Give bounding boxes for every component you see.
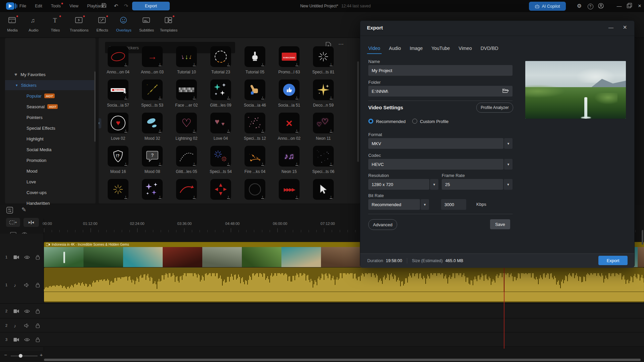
sticker-speci-ts-06[interactable]: ↓ [313, 146, 334, 167]
bitrate-input[interactable] [441, 199, 466, 210]
playhead[interactable] [504, 267, 504, 349]
codec-dropdown-icon[interactable]: ▾ [504, 159, 513, 170]
collapse-panel-icon[interactable]: ‹ [99, 118, 101, 128]
zoom-in-icon[interactable]: + [39, 352, 44, 358]
download-icon[interactable]: ↓ [193, 195, 196, 199]
profile-analyzer-button[interactable]: Profile Analyzer [476, 103, 513, 113]
ai-copilot-button[interactable]: AI Copilot [529, 2, 566, 11]
app-logo-icon[interactable] [6, 2, 17, 10]
custom-profile-radio[interactable] [412, 119, 417, 124]
export-button[interactable]: Export [598, 256, 628, 265]
download-icon[interactable]: ↓ [124, 62, 127, 66]
menu-edit[interactable]: Edit [35, 4, 42, 8]
sticker-anno-on-04[interactable]: ↓ [108, 46, 128, 67]
sticker-speci-ts-53[interactable]: ↓ [142, 79, 163, 100]
download-icon[interactable]: ↓ [124, 96, 127, 99]
sticker-tutorial-23[interactable]: ↓ [210, 46, 231, 67]
split-tool-button[interactable]: ▶◀ [23, 218, 39, 227]
undo-icon[interactable]: ↶ [113, 3, 119, 9]
help-icon[interactable]: ? [587, 3, 594, 9]
lock-icon[interactable] [34, 337, 41, 342]
sticker-mood-08[interactable]: ?↓ [142, 146, 163, 167]
zoom-slider-track[interactable] [11, 356, 38, 356]
sticker-ff[interactable]: ▶▶▶▶↓ [279, 179, 300, 200]
recommended-radio[interactable] [368, 119, 373, 124]
download-icon[interactable]: ↓ [296, 96, 299, 99]
sticker-anno-on-02[interactable]: ×↓ [279, 113, 300, 133]
download-icon[interactable]: ↓ [124, 195, 127, 199]
dialog-minimize-icon[interactable]: — [608, 24, 613, 30]
download-icon[interactable]: ↓ [193, 129, 196, 132]
resolution-select[interactable]: 1280 x 720 [368, 179, 429, 190]
lock-icon[interactable] [34, 255, 41, 260]
speaker-icon[interactable] [23, 283, 30, 287]
sticker-deco-n-59[interactable]: ↓ [313, 79, 334, 100]
download-icon[interactable]: ↓ [296, 129, 299, 132]
sticker-lightning-02[interactable]: ♡↓ [176, 113, 197, 133]
format-dropdown-icon[interactable]: ▾ [504, 138, 513, 149]
sticker-speci-ts-81[interactable]: ↓ [313, 46, 334, 67]
eye-icon[interactable] [23, 309, 30, 313]
sticker-love-04[interactable]: ♥♥↓ [210, 113, 231, 133]
download-icon[interactable]: ↓ [330, 62, 333, 66]
audio-clip-waveform[interactable] [44, 267, 644, 302]
save-button[interactable]: Save [490, 219, 510, 229]
download-icon[interactable]: ↓ [261, 195, 264, 199]
timeline-hscrollbar[interactable] [44, 359, 641, 361]
sticker-ring-dim[interactable]: ↓ [245, 179, 265, 200]
download-icon[interactable]: ↓ [227, 62, 230, 66]
redo-icon[interactable]: ↷ [123, 3, 129, 9]
download-icon[interactable]: ↓ [296, 195, 299, 199]
format-select[interactable]: MKV [368, 138, 503, 149]
sticker-cross[interactable]: ↓ [210, 179, 231, 200]
tab-templates[interactable]: Templates [155, 16, 183, 32]
sticker-neon-11[interactable]: ♡♡↓ [313, 113, 334, 133]
save-icon[interactable] [101, 3, 108, 9]
sticker-love-02[interactable]: ♥↓ [108, 113, 128, 133]
menu-view[interactable]: View [69, 4, 78, 8]
folder-input[interactable] [368, 86, 513, 97]
eye-icon[interactable] [23, 338, 30, 342]
download-icon[interactable]: ↓ [159, 195, 162, 199]
download-icon[interactable]: ↓ [159, 162, 162, 166]
sticker-mood-16[interactable]: !?↓ [108, 146, 128, 167]
download-icon[interactable]: ↓ [227, 195, 230, 199]
timeline-vscrollbar[interactable] [642, 230, 643, 245]
browse-folder-icon[interactable] [502, 88, 509, 93]
download-icon[interactable]: ↓ [261, 129, 264, 132]
resolution-dropdown-icon[interactable]: ▾ [430, 179, 438, 190]
download-icon[interactable]: ↓ [124, 162, 127, 166]
add-track-button[interactable]: + [6, 218, 20, 227]
export-tab-video[interactable]: Video [368, 46, 380, 54]
download-icon[interactable]: ↓ [330, 162, 333, 166]
bitrate-select[interactable]: Recommended [368, 199, 420, 210]
download-icon[interactable]: ↓ [330, 129, 333, 132]
sidebar-scrollbar[interactable] [94, 71, 96, 142]
download-icon[interactable]: ↓ [227, 129, 230, 132]
sticker-speci-ts-54[interactable]: ↓ [210, 146, 231, 167]
speaker-icon[interactable] [23, 323, 30, 328]
download-icon[interactable]: ↓ [296, 62, 299, 66]
export-tab-audio[interactable]: Audio [389, 46, 401, 54]
sticker-neon-15[interactable]: ♪♫↓ [279, 146, 300, 167]
sticker-swoosh[interactable]: ↓ [176, 179, 197, 200]
download-icon[interactable]: ↓ [193, 96, 196, 99]
minimize-icon[interactable]: — [616, 3, 623, 9]
download-icon[interactable]: ↓ [261, 162, 264, 166]
sticker-socia-ia-51[interactable]: ↓ [279, 79, 300, 100]
download-icon[interactable]: ↓ [261, 96, 264, 99]
more-options-icon[interactable]: ⋯ [337, 41, 345, 48]
sticker-burst[interactable]: ↓ [108, 179, 128, 200]
export-tab-dvd-bd[interactable]: DVD/BD [481, 46, 498, 54]
download-icon[interactable]: ↓ [193, 162, 196, 166]
export-tab-image[interactable]: Image [410, 46, 423, 54]
sticker-speci-ts-12[interactable]: ↓ [245, 113, 265, 133]
sticker-scrollbar[interactable] [357, 61, 359, 162]
download-icon[interactable]: ↓ [159, 62, 162, 66]
marker-pen-icon[interactable]: ✎ [21, 206, 26, 213]
sticker-socia-ia-46[interactable]: ↓ [245, 79, 265, 100]
name-input[interactable] [368, 65, 513, 76]
download-icon[interactable]: ↓ [330, 195, 333, 199]
sticker-tutorial-05[interactable]: ↓ [245, 46, 265, 67]
download-icon[interactable]: ↓ [124, 129, 127, 132]
